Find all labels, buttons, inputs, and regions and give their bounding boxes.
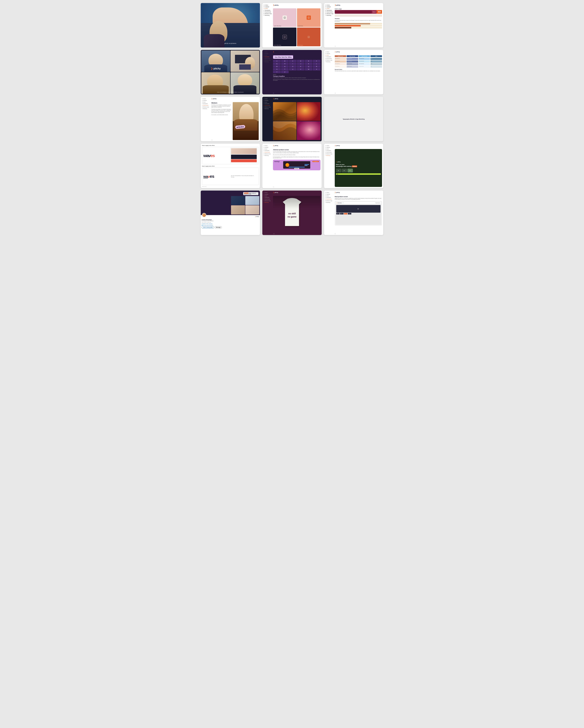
rp-title: Real product screen (335, 196, 382, 198)
alpha-S: S (273, 68, 281, 71)
ccnav-1: 1. Culture (325, 51, 332, 53)
ccnav-7: 7. Marketing (325, 61, 332, 63)
wt-logo: ❯ pitchy (273, 98, 278, 99)
wtnav-7: 7. Marketing (263, 108, 271, 110)
training-dark-container: ❯ pitchy Pass on yourknowledge with trai… (335, 149, 382, 187)
mockup-category-badge: Energétique (312, 161, 319, 162)
linkedin-pitchy-badge: ❯ Pitchy (255, 216, 259, 217)
waves-bracket-text: waves wave ] (202, 186, 259, 187)
typography-marketing-ref: Typography Website & App Marketing (341, 117, 366, 121)
play-icon-dark-sienna: ▶ (308, 36, 310, 38)
tvnav-7: 7. Marketing (325, 155, 332, 156)
wtnav-6: 6. Website & App (263, 106, 271, 108)
rp-page-num: 81 (335, 233, 336, 234)
pink-blob-svg (297, 121, 320, 140)
alpha-P: P (297, 65, 304, 68)
abstract-desc: To see the representation of the product… (273, 151, 320, 153)
swatch-dd-40: 40% Dark Danube (346, 60, 358, 62)
promo-thumbnails (230, 196, 260, 215)
waves-wave-desc: You can communicate to. You can only see… (231, 175, 257, 176)
photo-woman: ❯ pitchy (201, 51, 230, 72)
video-strip: ▶ ▶ ▶ (336, 168, 381, 173)
pitchy-logo: ❯ pitchy (273, 4, 279, 6)
alpha-T: T (281, 68, 289, 71)
mockup-brand-label: Habillage (274, 161, 280, 162)
abnav-1: 1. Culture (263, 145, 271, 147)
rpnav-6: 6. Website & App (325, 200, 332, 202)
swatch-ls-20: 20% Light Sienna (335, 63, 346, 65)
cell-label-dark-sienna: Dark Sienna (298, 45, 303, 46)
tshirt-bg-top (273, 196, 320, 209)
alpha-L: L (313, 62, 320, 65)
card-real-product: 1. Culture 2. Logotype 3. Colors 4. Typo… (324, 190, 383, 235)
tvnav-6: 6. Website & App (325, 153, 332, 155)
texture-waves-bottom (273, 121, 297, 140)
font-info: Medium Tiempos Headline Tiempos Headline… (273, 74, 320, 81)
timeline-title: Timeline (335, 18, 382, 19)
logo-v-icon: ❯ (273, 4, 274, 6)
abnav-5: 5. Visual Assets (263, 152, 271, 153)
card-photo-pitchy: pitchy on pictures (201, 3, 260, 48)
card-error-404: 1. Culture 2. Logotype 3. Colors 4. Typo… (324, 3, 383, 48)
photo-casual (201, 72, 230, 94)
cell-label-light-coffee: Light Coffee Bean (274, 25, 281, 26)
tshirt-logo-text: pitchy (275, 192, 278, 193)
linkedin-person-name: Lionel Chouraqui (202, 219, 259, 220)
orange-blur-svg (297, 102, 320, 121)
training-videos-tag: videos (352, 165, 357, 167)
join-to-view-button[interactable]: Join to view profile (202, 226, 214, 229)
logo-v-error: ❯ (335, 4, 336, 6)
play-triangle-3: ▶ (284, 36, 285, 37)
card-brand-colors: 1. Culture 2. Logotype 3. Colors 4. Typo… (262, 3, 322, 48)
card-linkedin: Effortless video creation in premium qua… (201, 190, 260, 235)
font-family-name: Tiempos Headline (273, 76, 320, 77)
color-comparison-table: Light Sienna Dark Danube Light Danube Da… (335, 55, 382, 93)
color-usage-title: Color's usage (335, 8, 382, 9)
alphabet-grid: A B C D E F G H I J K L M N O P Q R S T (273, 60, 320, 73)
nav-item-3: 3. Colors (263, 8, 272, 9)
training-mini-logo: ❯ pitchy (336, 161, 381, 162)
swatch-ls-40: 40% Light Sienna (335, 60, 346, 62)
stickers-logo: ❯ pitchy (212, 98, 217, 99)
mockup-cta: Met up ! (294, 168, 299, 170)
snav-3: 3. Colors (202, 101, 209, 103)
rp-mockup-wrapper: ❯ Interview ↗ Superimpose ▶ Say it Say i… (335, 201, 382, 226)
message-button[interactable]: Message (215, 226, 222, 229)
wtnav-3: 3. Colors (263, 101, 271, 103)
waves-section-title-1: How to apply color effect (202, 145, 259, 146)
alpha-W: W (305, 68, 312, 71)
main-grid: pitchy on pictures 1. Culture 2. Logotyp… (201, 3, 383, 235)
sticker-photo-area: articles (233, 102, 259, 140)
timeline-bar-3 (335, 27, 382, 28)
product-mockup-display: Habillage Energétique Met up ! (273, 160, 320, 170)
rp-logo-v: ❯ (335, 192, 336, 193)
badge-2: Say it (340, 213, 343, 214)
abnav-4: 4. Typography (263, 150, 271, 152)
color-grid: Light Sienna Dark Danube Light Danube Da… (335, 55, 382, 57)
alpha-J: J (297, 62, 304, 65)
interview-bar: ❯ Interview ↗ Superimpose (336, 202, 381, 204)
play-triangle-4: ▶ (308, 36, 309, 37)
nav-marketing: 7. Marketing (325, 15, 334, 16)
logo-name-error: pitchy (336, 4, 340, 6)
interview-left: ❯ Interview ↗ (337, 202, 343, 203)
dark-coffee-cell: ▶ Dark Coffee Bean (273, 28, 297, 46)
swatch-ld-8: 8% Light Danube (359, 66, 370, 68)
tnav-5: 5. Visual Assets (263, 58, 271, 59)
abstract-desc3: For these illustrations, we have differe… (273, 156, 320, 159)
card-waves: How to apply color effect waves How to a… (201, 144, 260, 188)
brand-icon-dark-sienna: ▶ (307, 35, 311, 39)
card-typography: 1. Culture 2. Logotype 3. Colors 4. Typo… (262, 50, 322, 94)
linkedin-mutual: 👥 View your mutual connections (202, 225, 259, 226)
rp-logo-text: pitchy (336, 192, 340, 193)
video-thumb-3: ▶ (347, 168, 353, 173)
logo-text: pitchy (275, 4, 279, 6)
waves-wave-info: You can communicate to. You can only see… (231, 175, 257, 178)
linkedin-person-title: Co-Founder & CEO of Pitchy (202, 220, 259, 221)
snav-1: 1. Culture (202, 98, 209, 100)
waves-preview-bar-1 (231, 148, 257, 154)
play-icon-sienna: ▶ (308, 17, 310, 19)
tvnav-3: 3. Colors (325, 148, 332, 150)
video-thumb-2: ▶ (342, 168, 347, 173)
linkedin-promo-text: Effortless video creation in premium qua… (243, 192, 258, 195)
